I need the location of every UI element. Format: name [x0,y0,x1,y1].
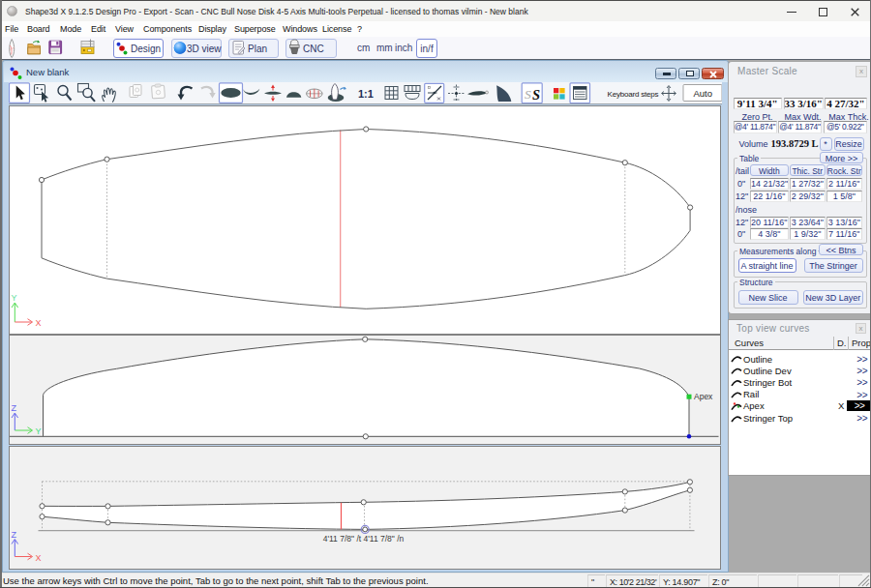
svg-text:Z: Z [11,403,16,413]
svg-text:Z: Z [11,529,16,539]
svg-text:S: S [532,87,540,103]
svg-text:Keyboard steps: Keyboard steps [607,90,658,99]
svg-text:X: X [35,552,41,562]
svg-text:Y: Y [35,426,41,436]
svg-text:1:1: 1:1 [358,88,374,100]
svg-text:Y: Y [11,293,16,303]
svg-text:X: X [35,318,41,328]
svg-text:Auto: Auto [693,88,712,99]
svg-text:S: S [525,87,531,102]
svg-text:Apex: Apex [694,392,713,401]
svg-text:4'11 7/8" /t 4'11 7/8" /n: 4'11 7/8" /t 4'11 7/8" /n [322,533,404,543]
